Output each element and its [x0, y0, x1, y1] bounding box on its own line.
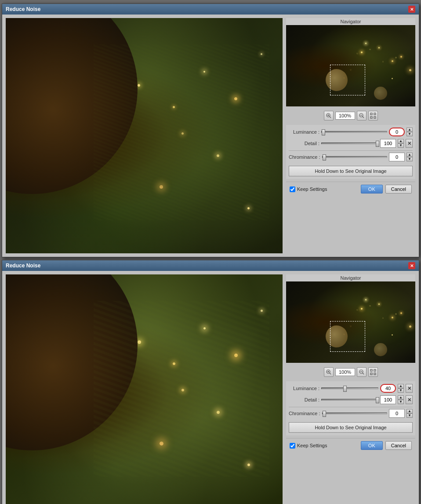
right-panel-bottom: Navigator: [286, 274, 415, 504]
svg-line-17: [363, 373, 364, 374]
luminance-row-top: Luminance : ▲ ▼: [289, 128, 413, 136]
svg-rect-21: [374, 373, 376, 375]
chrominance-spin-up-bottom[interactable]: ▲: [406, 409, 413, 413]
close-button-bottom[interactable]: ✕: [408, 262, 415, 269]
keep-settings-label-bottom: Keep Settings: [297, 443, 327, 448]
luminance-spin-up-top[interactable]: ▲: [406, 128, 413, 132]
keep-settings-bottom: Keep Settings: [290, 443, 327, 449]
nav-orb-2-bottom: [374, 343, 387, 356]
luminance-slider-top[interactable]: [321, 131, 387, 133]
detail-spin-down-top[interactable]: ▼: [398, 143, 404, 148]
chrominance-row-top: Chrominance : ▲ ▼: [289, 153, 413, 161]
luminance-input-bottom[interactable]: [380, 384, 396, 393]
chrominance-spinners-bottom: ▲ ▼: [406, 409, 413, 418]
detail-spinners-top: ▲ ▼: [398, 139, 404, 148]
preview-panel-bottom[interactable]: [6, 274, 283, 504]
detail-label-bottom: Detail :: [289, 397, 319, 402]
dialog-body-bottom: Navigator: [2, 271, 419, 504]
luminance-spin-up-bottom[interactable]: ▲: [398, 384, 404, 388]
fit-btn-top[interactable]: [368, 111, 378, 121]
chrominance-spinners-top: ▲ ▼: [406, 153, 413, 161]
zoom-out-btn-top[interactable]: [357, 111, 367, 121]
detail-reset-bottom[interactable]: ✕: [406, 395, 413, 404]
navigator-section-top: Navigator: [286, 18, 415, 106]
cancel-button-bottom[interactable]: Cancel: [385, 441, 412, 450]
keep-settings-checkbox-top[interactable]: [290, 186, 295, 192]
title-bar-top: Reduce Noise ✕: [2, 4, 419, 15]
luminance-label-bottom: Luminance :: [289, 386, 319, 391]
footer-buttons-top: OK Cancel: [361, 185, 412, 194]
luminance-thumb-bottom[interactable]: [343, 386, 347, 392]
svg-rect-7: [370, 113, 372, 115]
nav-viewport-rect-bottom: [330, 321, 365, 352]
divider-top: [289, 150, 413, 151]
ok-button-top[interactable]: OK: [361, 185, 383, 194]
close-button-top[interactable]: ✕: [408, 6, 415, 13]
luminance-row-bottom: Luminance : ▲ ▼ ✕: [289, 384, 413, 393]
hold-btn-bottom[interactable]: Hold Down to See Original Image: [289, 422, 413, 433]
detail-spin-down-bottom[interactable]: ▼: [398, 400, 404, 404]
footer-top: Keep Settings OK Cancel: [286, 182, 415, 196]
detail-input-bottom[interactable]: [380, 395, 396, 404]
luminance-slider-bottom[interactable]: [321, 387, 378, 389]
luminance-label-top: Luminance :: [289, 129, 319, 135]
fit-btn-bottom[interactable]: [368, 367, 378, 377]
detail-slider-top[interactable]: [321, 142, 378, 144]
divider-bottom: [289, 407, 413, 407]
detail-spin-up-bottom[interactable]: ▲: [398, 395, 404, 400]
chrominance-spin-up-top[interactable]: ▲: [406, 153, 413, 157]
detail-row-top: Detail : ▲ ▼ ✕: [289, 139, 413, 148]
keep-settings-checkbox-bottom[interactable]: [290, 443, 295, 449]
keep-settings-top: Keep Settings: [290, 186, 327, 192]
title-bar-bottom: Reduce Noise ✕: [2, 260, 419, 271]
cancel-button-top[interactable]: Cancel: [385, 185, 412, 194]
navigator-thumbnail-top[interactable]: [286, 25, 415, 106]
chrominance-spin-down-top[interactable]: ▼: [406, 157, 413, 161]
luminance-spinners-bottom: ▲ ▼: [398, 384, 404, 393]
zoom-controls-top: 100%: [286, 109, 415, 122]
luminance-thumb-top[interactable]: [322, 129, 325, 135]
preview-panel-top[interactable]: [6, 18, 283, 253]
luminance-reset-bottom[interactable]: ✕: [406, 384, 413, 393]
chrominance-label-bottom: Chrominance :: [289, 411, 320, 416]
right-panel-top: Navigator: [286, 18, 415, 253]
preview-image-bottom: [6, 274, 283, 504]
detail-reset-top[interactable]: ✕: [406, 139, 413, 148]
chrominance-input-top[interactable]: [389, 153, 405, 161]
hold-btn-top[interactable]: Hold Down to See Original Image: [289, 166, 413, 176]
luminance-spinners-top: ▲ ▼: [406, 128, 413, 136]
luminance-spin-down-top[interactable]: ▼: [406, 132, 413, 136]
detail-thumb-bottom[interactable]: [376, 397, 379, 403]
luminance-input-top[interactable]: [389, 128, 405, 136]
zoom-out-btn-bottom[interactable]: [357, 367, 367, 377]
chrominance-row-bottom: Chrominance : ▲ ▼: [289, 409, 413, 418]
detail-spinners-bottom: ▲ ▼: [398, 395, 404, 404]
preview-image-top: [6, 18, 283, 253]
detail-thumb-top[interactable]: [376, 141, 379, 147]
detail-input-top[interactable]: [380, 139, 396, 148]
navigator-thumbnail-bottom[interactable]: [286, 281, 415, 363]
svg-rect-9: [370, 117, 372, 118]
zoom-in-btn-top[interactable]: [324, 111, 334, 121]
nav-viewport-rect-top: [330, 65, 365, 95]
svg-rect-19: [374, 369, 376, 371]
chrominance-thumb-top[interactable]: [323, 154, 326, 161]
svg-rect-18: [370, 369, 372, 371]
detail-slider-bottom[interactable]: [321, 399, 378, 401]
dialog-title-bottom: Reduce Noise: [6, 263, 40, 269]
detail-spin-up-top[interactable]: ▲: [398, 139, 404, 143]
svg-rect-20: [370, 373, 372, 375]
detail-label-top: Detail :: [289, 141, 319, 146]
dialog-body-top: Navigator: [2, 15, 419, 257]
ok-button-bottom[interactable]: OK: [361, 441, 383, 450]
chrominance-input-bottom[interactable]: [389, 409, 405, 418]
luminance-spin-down-bottom[interactable]: ▼: [398, 388, 404, 393]
chrominance-slider-bottom[interactable]: [322, 413, 387, 414]
zoom-in-btn-bottom[interactable]: [324, 367, 334, 377]
chrominance-thumb-bottom[interactable]: [323, 411, 326, 417]
svg-rect-8: [374, 113, 376, 115]
svg-line-14: [330, 373, 331, 374]
chrominance-slider-top[interactable]: [322, 156, 387, 158]
chrominance-spin-down-bottom[interactable]: ▼: [406, 413, 413, 418]
svg-line-3: [330, 117, 331, 118]
